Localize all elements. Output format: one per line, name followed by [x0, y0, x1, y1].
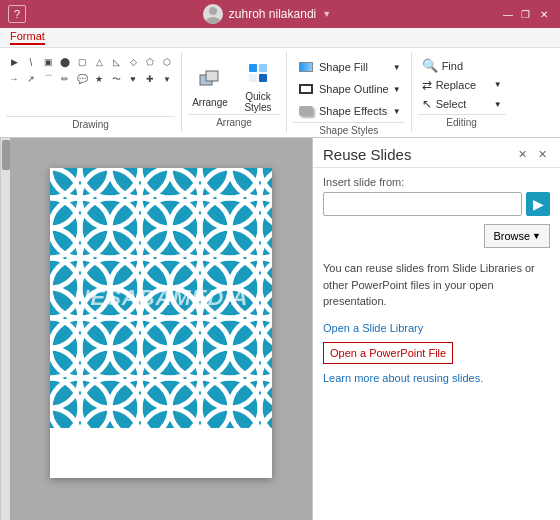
slide-area: NESABAMEDIA: [10, 138, 312, 520]
insert-from-row: ▶: [323, 192, 550, 216]
find-button[interactable]: 🔍 Find: [418, 56, 506, 75]
arrange-button[interactable]: Arrange: [188, 56, 232, 114]
avatar: [203, 4, 223, 24]
shape-fill-button[interactable]: Shape Fill ▼: [293, 56, 405, 78]
ribbon: Format ▶ \ ▣ ⬤ ▢ △ ◺ ◇ ⬠ ⬡ → ↗ ⌒ ✏ 💬: [0, 28, 560, 138]
shape-format-group: Shape Fill ▼ Shape Outline ▼ Shape Effec…: [287, 52, 412, 132]
open-pptx-link[interactable]: Open a PowerPoint File: [323, 342, 453, 364]
svg-rect-4: [249, 64, 257, 72]
connector-tool[interactable]: ⌒: [40, 71, 56, 87]
round-rect-tool[interactable]: ▢: [74, 54, 90, 70]
svg-point-0: [209, 7, 217, 15]
minimize-button[interactable]: —: [500, 6, 516, 22]
quick-styles-button[interactable]: Quick Styles: [236, 56, 280, 114]
browse-label: Browse: [493, 230, 530, 242]
star-tool[interactable]: ★: [91, 71, 107, 87]
insert-input[interactable]: [323, 192, 522, 216]
panel-close-button[interactable]: ✕: [534, 147, 550, 163]
hexagon-tool[interactable]: ⬡: [159, 54, 175, 70]
triangle-tool[interactable]: △: [91, 54, 107, 70]
panel-title: Reuse Slides: [323, 146, 411, 163]
vertical-scrollbar[interactable]: [0, 138, 10, 520]
panel-controls: ✕ ✕: [514, 147, 550, 163]
freeform-tool[interactable]: ✏: [57, 71, 73, 87]
svg-rect-6: [249, 74, 257, 82]
shape-effects-arrow[interactable]: ▼: [393, 107, 401, 116]
pentagon-tool[interactable]: ⬠: [142, 54, 158, 70]
shape-fill-label: Shape Fill: [319, 61, 368, 73]
quick-styles-label: Quick Styles: [244, 91, 271, 113]
reuse-slides-panel: Reuse Slides ✕ ✕ Insert slide from: ▶ Br…: [312, 138, 560, 520]
title-bar-user: zuhroh nilakandi ▼: [203, 4, 331, 24]
arrow-tool[interactable]: →: [6, 71, 22, 87]
diamond-tool[interactable]: ◇: [125, 54, 141, 70]
panel-header: Reuse Slides ✕ ✕: [313, 138, 560, 168]
username-label: zuhroh nilakandi: [229, 7, 316, 21]
arrange-group: Arrange Quick Styles Arrange: [182, 52, 287, 132]
shape-effects-icon: [297, 102, 315, 120]
shape-effects-button[interactable]: Shape Effects ▼: [293, 100, 405, 122]
ribbon-content: ▶ \ ▣ ⬤ ▢ △ ◺ ◇ ⬠ ⬡ → ↗ ⌒ ✏ 💬 ★ 〜 ♥ ✚: [0, 48, 560, 136]
slide-bottom: [50, 428, 272, 478]
select-button[interactable]: ↖ Select ▼: [418, 95, 506, 114]
main-area: NESABAMEDIA Reuse Slides ✕ ✕ Insert slid…: [0, 138, 560, 520]
select-icon: ↖: [422, 97, 432, 111]
line-tool[interactable]: \: [23, 54, 39, 70]
editing-group: 🔍 Find ⇄ Replace ▼ ↖ Select ▼ Editing: [412, 52, 512, 132]
select-arrow[interactable]: ▼: [494, 100, 502, 109]
rect-tool[interactable]: ▣: [40, 54, 56, 70]
drawing-group-label: Drawing: [6, 116, 175, 130]
replace-label: Replace: [436, 79, 476, 91]
svg-rect-3: [206, 71, 218, 81]
panel-pin-button[interactable]: ✕: [514, 147, 530, 163]
cross-tool[interactable]: ✚: [142, 71, 158, 87]
ribbon-tabs: Format: [0, 28, 560, 48]
svg-rect-7: [259, 74, 267, 82]
drawing-group: ▶ \ ▣ ⬤ ▢ △ ◺ ◇ ⬠ ⬡ → ↗ ⌒ ✏ 💬 ★ 〜 ♥ ✚: [0, 52, 182, 132]
shape-outline-arrow[interactable]: ▼: [393, 85, 401, 94]
shape-effects-label: Shape Effects: [319, 105, 387, 117]
svg-rect-5: [259, 64, 267, 72]
shape-outline-icon: [297, 80, 315, 98]
arrange-icon: [196, 63, 224, 95]
editing-group-label: Editing: [418, 114, 506, 128]
browse-row: Browse ▼: [323, 224, 550, 248]
arrange-label: Arrange: [192, 97, 228, 108]
shape-format-group-label: Shape Styles: [293, 122, 405, 136]
replace-button[interactable]: ⇄ Replace ▼: [418, 75, 506, 94]
insert-go-button[interactable]: ▶: [526, 192, 550, 216]
cursor-tool[interactable]: ▶: [6, 54, 22, 70]
restore-button[interactable]: ❐: [518, 6, 534, 22]
replace-arrow[interactable]: ▼: [494, 80, 502, 89]
heart-tool[interactable]: ♥: [125, 71, 141, 87]
callout-tool[interactable]: 💬: [74, 71, 90, 87]
learn-more-link[interactable]: Learn more about reusing slides.: [323, 372, 550, 384]
wave-tool[interactable]: 〜: [108, 71, 124, 87]
drawing-tools: ▶ \ ▣ ⬤ ▢ △ ◺ ◇ ⬠ ⬡ → ↗ ⌒ ✏ 💬 ★ 〜 ♥ ✚: [6, 54, 175, 87]
pattern-background: NESABAMEDIA: [50, 168, 272, 428]
arrange-group-label: Arrange: [188, 114, 280, 128]
arrange-buttons: Arrange Quick Styles: [188, 56, 280, 114]
rtriangle-tool[interactable]: ◺: [108, 54, 124, 70]
shape-fill-icon: [297, 58, 315, 76]
watermark: NESABAMEDIA: [74, 285, 249, 311]
quick-styles-icon: [244, 57, 272, 89]
title-bar-controls: — ❐ ✕: [500, 6, 552, 22]
find-label: Find: [442, 60, 463, 72]
close-button[interactable]: ✕: [536, 6, 552, 22]
shape-fill-arrow[interactable]: ▼: [393, 63, 401, 72]
tab-format[interactable]: Format: [10, 30, 45, 45]
more-shapes[interactable]: ▼: [159, 71, 175, 87]
help-button[interactable]: ?: [8, 5, 26, 23]
browse-button[interactable]: Browse ▼: [484, 224, 550, 248]
replace-icon: ⇄: [422, 78, 432, 92]
scroll-thumb[interactable]: [2, 140, 10, 170]
open-library-link[interactable]: Open a Slide Library: [323, 322, 550, 334]
find-icon: 🔍: [422, 58, 438, 73]
slide-canvas: NESABAMEDIA: [50, 168, 272, 478]
shape-outline-button[interactable]: Shape Outline ▼: [293, 78, 405, 100]
title-bar: ? zuhroh nilakandi ▼ — ❐ ✕: [0, 0, 560, 28]
info-text: You can reuse slides from Slide Librarie…: [323, 260, 550, 310]
arrow2-tool[interactable]: ↗: [23, 71, 39, 87]
ellipse-tool[interactable]: ⬤: [57, 54, 73, 70]
